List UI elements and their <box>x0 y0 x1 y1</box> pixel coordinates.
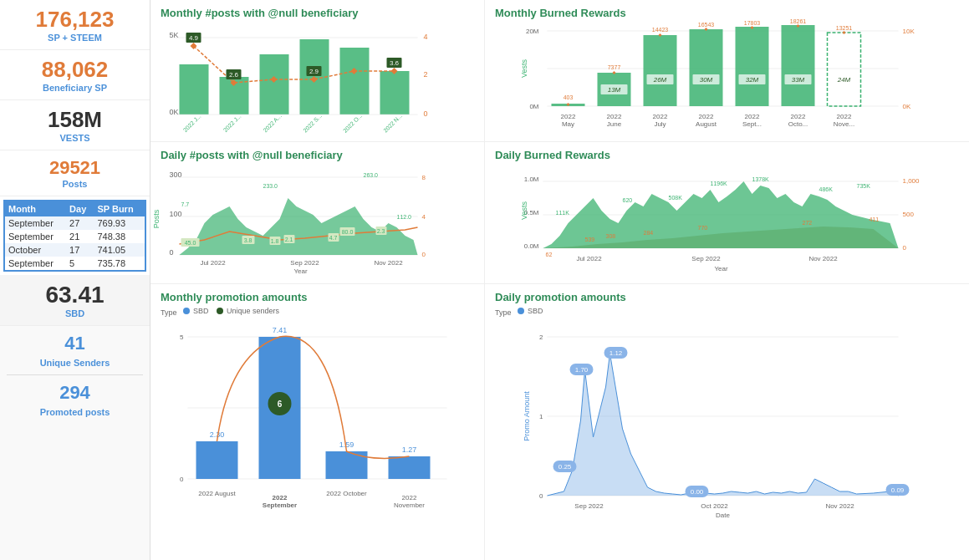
0m-label: 0M <box>529 103 538 110</box>
year-label-d: Year <box>714 265 728 272</box>
sp-32m: 32M <box>746 76 759 84</box>
burn-table: Month Day SP Burn September27769.93Septe… <box>3 200 146 272</box>
daily-burned-chart: Daily Burned Rewards 1.0M 0.5M 0.0M <box>485 142 969 284</box>
svg-point-29 <box>183 308 190 314</box>
val-7377: 7377 <box>608 64 621 70</box>
beneficiary-sp-box: 88,062 Beneficiary SP <box>0 50 150 100</box>
r-00: 0 <box>903 244 907 252</box>
charts-row-top: Monthly #posts with @null beneficiary Po… <box>150 0 969 284</box>
val-4.9: 4.9 <box>189 34 199 42</box>
sp-steem-label: SP + STEEM <box>10 33 140 43</box>
sp-13m: 13M <box>608 86 621 94</box>
ann-620: 620 <box>623 197 633 203</box>
0-label: 0 <box>170 248 174 257</box>
val-13251: 13251 <box>836 25 853 31</box>
xl-may: 2022 <box>561 113 576 120</box>
dp-1-label: 1 <box>539 413 543 420</box>
xl-june2: June <box>607 120 622 128</box>
x-nov: Nov 2022 <box>374 259 403 267</box>
burned-bar-4 <box>690 29 723 106</box>
xl-sept2: Sept... <box>742 120 762 128</box>
promoted-value: 294 <box>59 382 90 404</box>
ann-2.1: 2.1 <box>285 237 293 242</box>
left-charts-bottom: Monthly promotion amounts Type SBD Uniqu… <box>150 284 485 560</box>
ann-1.8: 1.8 <box>271 238 279 244</box>
r-4: 4 <box>422 213 426 221</box>
ann-1196k: 1196K <box>711 181 728 186</box>
promo-xl-oct: 2022 October <box>326 490 367 497</box>
vests-box: 158M VESTS <box>0 100 150 150</box>
r-axis-2: 2 <box>424 70 428 79</box>
table-cell: 741.05 <box>94 243 145 257</box>
daily-posts-area: 300 100 0 7.7 45.0 <box>161 165 474 277</box>
daily-sbd-legend-icon <box>517 307 525 315</box>
ann-0.25: 0.25 <box>558 463 572 471</box>
sp-steem-box: 176,123 SP + STEEM <box>0 0 150 50</box>
promo-bar-nov <box>389 456 431 479</box>
ann-2.3: 2.3 <box>377 228 385 234</box>
x-label-3: 2022 A... <box>262 113 283 134</box>
dx-sep: Sep 2022 <box>691 255 721 262</box>
bar-6 <box>380 71 410 115</box>
svg-point-34 <box>518 308 524 314</box>
monthly-promo-chart: Monthly promotion amounts Type SBD Uniqu… <box>150 284 484 560</box>
main-content: Monthly #posts with @null beneficiary Po… <box>150 0 969 560</box>
ann-62: 62 <box>546 252 553 257</box>
monthly-promo-title: Monthly promotion amounts <box>161 291 474 303</box>
xl-nove2: Nove... <box>834 120 854 128</box>
xl-june: 2022 <box>607 113 622 120</box>
unique-legend-label: Unique senders <box>227 307 279 315</box>
year-label: Year <box>293 267 308 275</box>
x-label-1: 2022 J... <box>182 113 202 133</box>
right-charts-top: Monthly Burned Rewards 20M 0M 403 <box>485 0 969 284</box>
r-1000: 1,000 <box>903 177 921 185</box>
table-cell: 5 <box>66 257 94 270</box>
promoted-label: Promoted posts <box>40 407 110 417</box>
left-charts-top: Monthly #posts with @null beneficiary Po… <box>150 0 485 284</box>
beneficiary-sp-value: 88,062 <box>10 57 140 83</box>
senders-label: Unique Senders <box>40 358 110 368</box>
table-cell: September <box>5 216 66 230</box>
xl-july2: July <box>654 120 666 128</box>
xl-aug2: August <box>696 120 717 128</box>
promo-val-sept: 7.41 <box>273 326 288 334</box>
100-label: 100 <box>170 210 182 218</box>
ann-1.70: 1.70 <box>575 366 589 374</box>
r-500: 500 <box>903 211 915 218</box>
monthly-posts-svg: Posts SP burned per p... <box>161 23 474 131</box>
ann-112: 112.0 <box>397 214 412 220</box>
daily-burned-teal <box>543 181 899 248</box>
dp-xl-nov: Nov 2022 <box>825 502 854 510</box>
val-3.6: 3.6 <box>390 59 400 67</box>
r-10k: 10K <box>903 28 915 35</box>
table-cell: September <box>5 257 66 270</box>
x-label-4: 2022 S... <box>302 113 323 134</box>
bottom-stats: 41 Unique Senders 294 Promoted posts <box>0 326 150 560</box>
r-8: 8 <box>422 174 426 181</box>
daily-posts-chart: Daily #posts with @null beneficiary 300 … <box>150 142 484 284</box>
table-cell: 769.93 <box>94 216 145 230</box>
burned-bar-6 <box>782 25 815 106</box>
x-label-2: 2022 J... <box>222 113 242 133</box>
promo-bar-aug <box>196 441 238 479</box>
0.0m-label: 0.0M <box>524 242 539 250</box>
monthly-burned-area: 20M 0M 403 7377 13M <box>495 23 959 135</box>
vests-yaxis-d: Vests <box>520 201 528 220</box>
table-cell: 17 <box>66 243 94 257</box>
daily-posts-svg: 300 100 0 7.7 45.0 <box>161 165 474 273</box>
p5-label: 5 <box>180 333 184 341</box>
val-18261: 18261 <box>790 18 807 24</box>
xl-may2: May <box>562 120 574 128</box>
promo-yaxis: Promo Amount <box>523 391 531 441</box>
dp-xl-oct: Oct 2022 <box>701 502 728 510</box>
monthly-posts-chart: Monthly #posts with @null beneficiary Po… <box>150 0 484 142</box>
dx-nov: Nov 2022 <box>808 255 838 262</box>
table-cell: 748.38 <box>94 230 145 243</box>
table-cell: 735.78 <box>94 257 145 270</box>
promo-xl-nov: 2022 <box>402 494 417 501</box>
val-2.9: 2.9 <box>309 68 319 75</box>
ann-4.7: 4.7 <box>329 235 338 241</box>
promo-xl-sept: 2022 <box>273 494 288 501</box>
ann-284: 284 <box>644 230 654 236</box>
monthly-burned-title: Monthly Burned Rewards <box>495 7 959 19</box>
